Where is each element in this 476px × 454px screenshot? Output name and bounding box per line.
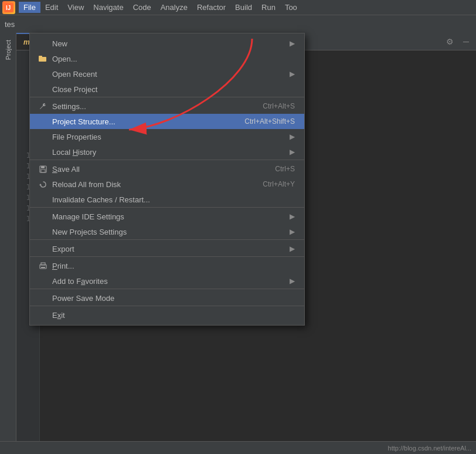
svg-rect-7 <box>43 122 46 125</box>
menu-item-view[interactable]: View <box>63 2 89 13</box>
open-recent-icon <box>37 69 49 79</box>
menu-label-save-all: Save All <box>52 165 263 174</box>
new-icon <box>37 39 49 48</box>
new-arrow-icon: ▶ <box>290 39 295 48</box>
exit-icon <box>37 310 49 320</box>
menu-item-build[interactable]: Build <box>230 2 257 13</box>
menu-entry-open[interactable]: Open... <box>30 51 304 66</box>
status-url: http://blog.csdn.net/intereAl... <box>388 445 471 452</box>
menu-label-add-favorites: Add to Favorites <box>52 277 285 286</box>
menu-label-new: New <box>52 39 285 48</box>
menu-entry-reload[interactable]: Reload All from Disk Ctrl+Alt+Y <box>30 177 304 192</box>
menu-label-close-project: Close Project <box>52 85 295 94</box>
save-all-icon <box>37 164 49 174</box>
menu-label-reload: Reload All from Disk <box>52 180 251 189</box>
export-icon <box>37 244 49 253</box>
minimize-icon[interactable]: ─ <box>461 36 471 48</box>
file-properties-icon <box>37 132 49 141</box>
menu-entry-project-structure[interactable]: Project Structure... Ctrl+Alt+Shift+S <box>30 114 304 129</box>
file-menu-dropdown: New ▶ Open... Open Recent ▶ Close Projec… <box>29 33 305 326</box>
print-icon <box>37 261 49 270</box>
settings-gear-icon[interactable]: ⚙ <box>444 36 456 48</box>
open-recent-arrow-icon: ▶ <box>290 70 295 78</box>
menu-item-file[interactable]: File <box>19 2 40 13</box>
svg-rect-14 <box>41 267 45 268</box>
menu-item-tools[interactable]: Too <box>280 2 302 13</box>
svg-rect-9 <box>41 166 45 168</box>
menu-bar: IJ File Edit View Navigate Code Analyze … <box>0 0 476 15</box>
menu-label-new-projects-settings: New Projects Settings <box>52 228 285 236</box>
svg-rect-5 <box>43 118 46 121</box>
menu-entry-close-project[interactable]: Close Project <box>30 82 304 97</box>
status-bar: http://blog.csdn.net/intereAl... <box>0 441 476 454</box>
menu-entry-power-save[interactable]: Power Save Mode <box>30 290 304 306</box>
menu-label-open-recent: Open Recent <box>52 70 285 79</box>
manage-ide-arrow-icon: ▶ <box>290 212 295 221</box>
menu-label-exit: Exit <box>52 311 295 320</box>
sidebar-tab-project[interactable]: Project <box>2 35 14 65</box>
manage-ide-icon <box>37 212 49 221</box>
menu-item-refactor[interactable]: Refactor <box>192 2 230 13</box>
app-title: tes <box>5 20 15 29</box>
tab-settings-area: ⚙ ─ <box>439 33 476 50</box>
local-history-arrow-icon: ▶ <box>290 148 295 156</box>
menu-entry-settings[interactable]: Settings... Ctrl+Alt+S <box>30 99 304 114</box>
menu-label-invalidate: Invalidate Caches / Restart... <box>52 195 295 204</box>
svg-text:IJ: IJ <box>6 5 11 11</box>
local-history-icon <box>37 147 49 157</box>
svg-rect-10 <box>41 170 45 172</box>
menu-entry-export[interactable]: Export ▶ <box>30 241 304 257</box>
svg-rect-3 <box>39 56 42 57</box>
menu-label-open: Open... <box>52 55 295 63</box>
new-projects-settings-arrow-icon: ▶ <box>290 228 295 236</box>
menu-entry-invalidate[interactable]: Invalidate Caches / Restart... <box>30 192 304 208</box>
svg-rect-4 <box>39 118 42 121</box>
menu-label-power-save: Power Save Mode <box>52 294 295 303</box>
sidebar: Project <box>0 33 16 454</box>
menu-label-manage-ide: Manage IDE Settings <box>52 212 285 221</box>
wrench-icon <box>37 101 49 111</box>
menu-label-file-properties: File Properties <box>52 133 285 141</box>
menu-label-settings: Settings... <box>52 102 251 111</box>
add-favorites-arrow-icon: ▶ <box>290 277 295 285</box>
menu-entry-add-favorites[interactable]: Add to Favorites ▶ <box>30 273 304 289</box>
menu-entry-new-projects-settings[interactable]: New Projects Settings ▶ <box>30 224 304 240</box>
menu-entry-print[interactable]: Print... <box>30 258 304 273</box>
menu-item-edit[interactable]: Edit <box>40 2 63 13</box>
menu-item-run[interactable]: Run <box>257 2 280 13</box>
save-all-shortcut: Ctrl+S <box>275 165 295 173</box>
file-properties-arrow-icon: ▶ <box>290 133 295 141</box>
menu-entry-new[interactable]: New ▶ <box>30 36 304 51</box>
reload-shortcut: Ctrl+Alt+Y <box>263 180 295 188</box>
close-project-icon <box>37 84 49 94</box>
svg-marker-11 <box>39 184 42 185</box>
svg-rect-2 <box>39 57 46 62</box>
menu-entry-open-recent[interactable]: Open Recent ▶ <box>30 66 304 82</box>
power-save-icon <box>37 293 49 303</box>
settings-shortcut: Ctrl+Alt+S <box>263 102 295 110</box>
menu-label-project-structure: Project Structure... <box>52 117 233 126</box>
menu-label-export: Export <box>52 245 285 253</box>
menu-item-navigate[interactable]: Navigate <box>89 2 128 13</box>
add-favorites-icon <box>37 276 49 286</box>
new-projects-settings-icon <box>37 227 49 236</box>
reload-icon <box>37 179 49 189</box>
menu-entry-save-all[interactable]: Save All Ctrl+S <box>30 161 304 177</box>
menu-entry-manage-ide[interactable]: Manage IDE Settings ▶ <box>30 209 304 224</box>
folder-open-icon <box>37 54 49 63</box>
menu-item-code[interactable]: Code <box>128 2 156 13</box>
menu-item-analyze[interactable]: Analyze <box>156 2 192 13</box>
ide-logo: IJ <box>2 1 15 14</box>
project-structure-icon <box>37 117 49 126</box>
export-arrow-icon: ▶ <box>290 245 295 253</box>
menu-label-print: Print... <box>52 262 295 270</box>
project-structure-shortcut: Ctrl+Alt+Shift+S <box>244 117 295 126</box>
title-bar: tes <box>0 15 476 33</box>
menu-entry-exit[interactable]: Exit <box>30 307 304 323</box>
menu-label-local-history: Local History <box>52 148 285 157</box>
menu-entry-file-properties[interactable]: File Properties ▶ <box>30 129 304 144</box>
invalidate-icon <box>37 195 49 204</box>
svg-rect-6 <box>39 122 42 125</box>
menu-entry-local-history[interactable]: Local History ▶ <box>30 144 304 160</box>
